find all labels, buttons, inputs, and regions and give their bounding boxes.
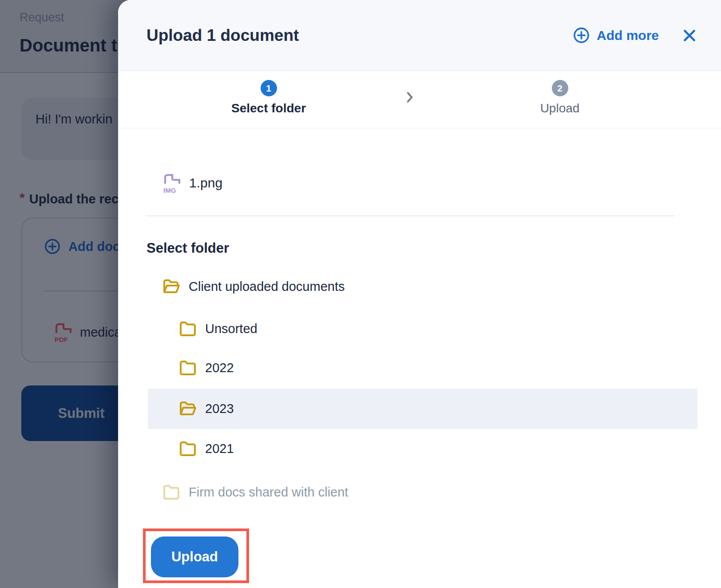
- modal-title: Upload 1 document: [147, 26, 299, 45]
- folder-open-icon: [162, 278, 180, 294]
- folder-row-firm-docs-disabled: Firm docs shared with client: [162, 472, 348, 512]
- folder-open-icon: [179, 401, 197, 417]
- folder-label: Firm docs shared with client: [189, 485, 348, 500]
- step-2-circle: 2: [552, 80, 568, 96]
- screen: Request Document t Hi! I'm workin * Uplo…: [0, 0, 721, 588]
- annotation-highlight-box: [143, 528, 249, 583]
- folder-closed-icon: [179, 441, 197, 457]
- add-more-button[interactable]: Add more: [573, 27, 659, 44]
- pending-file-row: IMG 1.png: [163, 172, 222, 194]
- folder-label: Unsorted: [205, 322, 258, 336]
- folder-label: Client uploaded documents: [189, 279, 345, 294]
- plus-circle-icon: [573, 27, 590, 44]
- select-folder-heading: Select folder: [147, 240, 229, 256]
- img-badge-text: IMG: [163, 187, 176, 194]
- folder-label: 2023: [205, 401, 234, 416]
- image-file-icon: IMG: [163, 172, 182, 194]
- step-1-label: Select folder: [231, 101, 306, 115]
- folder-label: 2022: [205, 361, 234, 375]
- folder-closed-icon: [179, 360, 197, 376]
- modal-header: Upload 1 document Add more: [118, 0, 721, 71]
- folder-row-unsorted[interactable]: Unsorted: [179, 309, 258, 349]
- upload-modal: Upload 1 document Add more: [118, 0, 721, 588]
- divider: [147, 215, 675, 216]
- pending-file-name: 1.png: [189, 175, 222, 191]
- folder-row-client-uploaded-documents[interactable]: Client uploaded documents: [162, 266, 345, 306]
- step-select-folder[interactable]: 1 Select folder: [211, 71, 326, 115]
- folder-row-2021[interactable]: 2021: [179, 429, 234, 469]
- close-icon: [682, 28, 697, 43]
- step-1-circle: 1: [261, 80, 277, 96]
- step-2-label: Upload: [540, 101, 580, 115]
- close-button[interactable]: [682, 28, 697, 43]
- folder-row-2022[interactable]: 2022: [179, 348, 234, 388]
- folder-closed-icon: [179, 321, 197, 337]
- stepper: 1 Select folder 2 Upload: [118, 71, 721, 128]
- step-upload[interactable]: 2 Upload: [502, 71, 618, 115]
- folder-closed-disabled-icon: [162, 484, 180, 500]
- folder-label: 2021: [205, 441, 234, 456]
- add-more-label: Add more: [597, 28, 659, 43]
- chevron-right-icon: [406, 91, 413, 103]
- folder-row-2023-selected[interactable]: 2023: [179, 389, 234, 429]
- modal-header-actions: Add more: [573, 27, 697, 44]
